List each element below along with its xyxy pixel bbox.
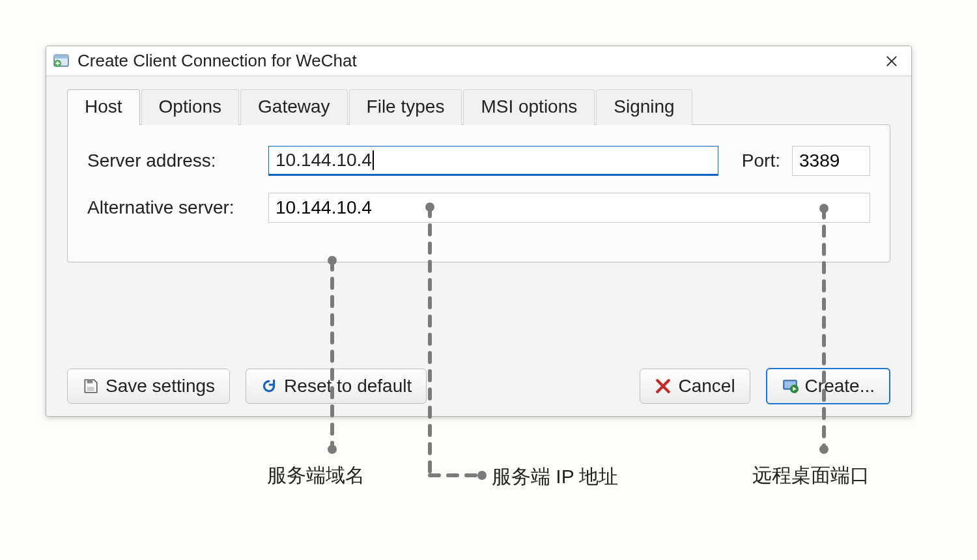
server-address-input[interactable]: 10.144.10.4 <box>268 146 718 176</box>
tab-host[interactable]: Host <box>67 89 140 125</box>
tab-label: Host <box>85 96 122 117</box>
port-input[interactable] <box>792 146 870 176</box>
reset-default-button[interactable]: Reset to default <box>246 369 427 404</box>
dialog-window: Create Client Connection for WeChat Host… <box>46 46 912 417</box>
annotation-rdp-port: 远程桌面端口 <box>752 462 870 489</box>
svg-point-17 <box>819 445 828 454</box>
tab-gateway[interactable]: Gateway <box>240 89 348 125</box>
tab-signing[interactable]: Signing <box>596 89 692 125</box>
tab-msi-options[interactable]: MSI options <box>463 89 595 125</box>
close-icon <box>885 55 898 68</box>
server-address-value: 10.144.10.4 <box>276 150 372 171</box>
label-port: Port: <box>742 150 780 171</box>
button-bar: Save settings Reset to default Cancel <box>67 354 890 404</box>
dialog-title: Create Client Connection for WeChat <box>78 51 879 71</box>
row-server-address: Server address: 10.144.10.4 Port: <box>87 146 870 176</box>
button-label: Create... <box>805 376 875 397</box>
svg-rect-3 <box>87 380 93 383</box>
dialog-client: Host Options Gateway File types MSI opti… <box>46 76 911 416</box>
floppy-icon <box>82 378 99 395</box>
label-server-address: Server address: <box>87 150 257 171</box>
tab-label: Options <box>159 96 222 117</box>
svg-rect-1 <box>54 55 68 58</box>
create-button[interactable]: Create... <box>766 368 890 404</box>
tab-label: Gateway <box>258 96 330 117</box>
button-label: Reset to default <box>284 376 412 397</box>
annotation-server-domain: 服务端域名 <box>267 462 365 489</box>
tab-options[interactable]: Options <box>141 89 240 125</box>
tab-label: File types <box>367 96 445 117</box>
tabpage-host: Server address: 10.144.10.4 Port: Altern… <box>67 124 890 262</box>
monitor-play-icon <box>782 378 799 395</box>
svg-rect-4 <box>87 387 94 391</box>
tab-label: MSI options <box>481 96 577 117</box>
save-settings-button[interactable]: Save settings <box>67 369 230 404</box>
window-plus-icon <box>53 53 70 70</box>
annotation-server-ip: 服务端 IP 地址 <box>492 464 618 490</box>
titlebar: Create Client Connection for WeChat <box>46 46 911 76</box>
svg-point-14 <box>477 471 487 480</box>
close-button[interactable] <box>879 48 905 74</box>
text-caret <box>373 150 374 170</box>
button-label: Save settings <box>106 376 215 397</box>
tab-label: Signing <box>614 96 674 117</box>
row-alt-server: Alternative server: <box>87 193 870 223</box>
alt-server-input[interactable] <box>268 193 870 223</box>
cancel-button[interactable]: Cancel <box>640 369 750 404</box>
svg-point-10 <box>328 445 337 454</box>
tab-strip: Host Options Gateway File types MSI opti… <box>67 89 890 124</box>
label-alt-server: Alternative server: <box>87 197 257 218</box>
tab-file-types[interactable]: File types <box>349 89 462 125</box>
refresh-icon <box>261 378 277 395</box>
x-red-icon <box>655 378 672 395</box>
button-label: Cancel <box>678 376 735 397</box>
